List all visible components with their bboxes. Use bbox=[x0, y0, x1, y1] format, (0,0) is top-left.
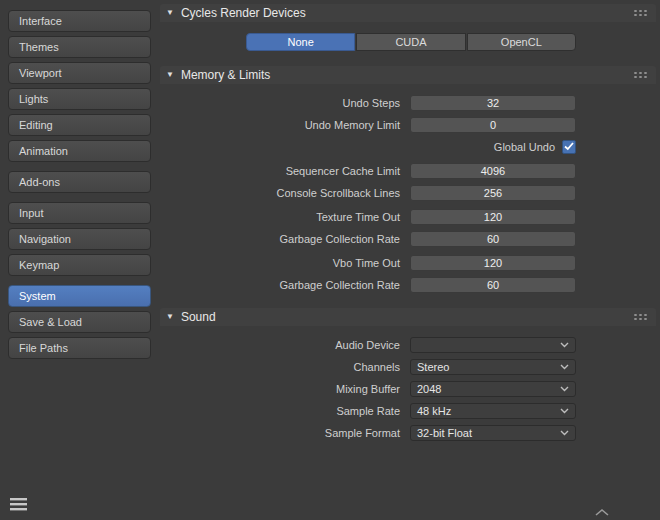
select-field-mixing-buffer[interactable]: 2048 bbox=[410, 381, 576, 397]
chevron-up-icon[interactable] bbox=[594, 507, 610, 519]
sidebar-item-interface[interactable]: Interface bbox=[8, 10, 151, 32]
triangle-down-icon: ▼ bbox=[166, 71, 174, 79]
field-value: 60 bbox=[487, 279, 499, 291]
select-field-audio-device[interactable] bbox=[410, 337, 576, 353]
number-field-texture-time-out[interactable]: 120 bbox=[410, 209, 576, 225]
sidebar-item-input[interactable]: Input bbox=[8, 202, 151, 224]
number-field-garbage-collection-rate[interactable]: 60 bbox=[410, 277, 576, 293]
sidebar-item-keymap[interactable]: Keymap bbox=[8, 254, 151, 276]
row-label: Texture Time Out bbox=[160, 211, 410, 223]
sidebar-item-themes[interactable]: Themes bbox=[8, 36, 151, 58]
sidebar-item-add-ons[interactable]: Add-ons bbox=[8, 171, 151, 193]
form-group: Audio DeviceChannelsStereoMixing Buffer2… bbox=[160, 337, 656, 441]
chevron-down-icon bbox=[560, 430, 569, 436]
form-row-global-undo: Global Undo bbox=[160, 139, 656, 155]
form-group: Sequencer Cache Limit4096Console Scrollb… bbox=[160, 163, 656, 201]
panel-memory-limits: ▼Memory & LimitsUndo Steps32Undo Memory … bbox=[160, 66, 656, 303]
number-field-undo-steps[interactable]: 32 bbox=[410, 95, 576, 111]
sidebar-item-lights[interactable]: Lights bbox=[8, 88, 151, 110]
preferences-window: InterfaceThemesViewportLightsEditingAnim… bbox=[0, 0, 660, 520]
form-row-garbage-collection-rate: Garbage Collection Rate60 bbox=[160, 231, 656, 247]
form-row-texture-time-out: Texture Time Out120 bbox=[160, 209, 656, 225]
panel-cycles-render-devices: ▼Cycles Render DevicesNoneCUDAOpenCL bbox=[160, 4, 656, 61]
row-label: Audio Device bbox=[160, 339, 410, 351]
select-field-channels[interactable]: Stereo bbox=[410, 359, 576, 375]
form-group: Vbo Time Out120Garbage Collection Rate60 bbox=[160, 255, 656, 293]
chevron-down-icon bbox=[560, 342, 569, 348]
checkbox-wrap: Global Undo bbox=[410, 140, 576, 154]
row-label: Channels bbox=[160, 361, 410, 373]
form-row-undo-steps: Undo Steps32 bbox=[160, 95, 656, 111]
select-field-sample-format[interactable]: 32-bit Float bbox=[410, 425, 576, 441]
device-button-opencl[interactable]: OpenCL bbox=[467, 33, 576, 51]
chevron-down-icon bbox=[560, 364, 569, 370]
row-label: Console Scrollback Lines bbox=[160, 187, 410, 199]
panel-title: Sound bbox=[181, 310, 216, 324]
row-label: Garbage Collection Rate bbox=[160, 279, 410, 291]
panel-drag-handle[interactable] bbox=[633, 9, 648, 17]
form-row-vbo-time-out: Vbo Time Out120 bbox=[160, 255, 656, 271]
panel-sound: ▼SoundAudio DeviceChannelsStereoMixing B… bbox=[160, 308, 656, 451]
sidebar-group: SystemSave & LoadFile Paths bbox=[8, 285, 151, 359]
row-label: Mixing Buffer bbox=[160, 383, 410, 395]
row-label: Sample Format bbox=[160, 427, 410, 439]
form-row-mixing-buffer: Mixing Buffer2048 bbox=[160, 381, 656, 397]
sidebar-item-save-load[interactable]: Save & Load bbox=[8, 311, 151, 333]
panel-header-memory-limits[interactable]: ▼Memory & Limits bbox=[160, 66, 656, 84]
row-label: Undo Memory Limit bbox=[160, 119, 410, 131]
form-row-garbage-collection-rate: Garbage Collection Rate60 bbox=[160, 277, 656, 293]
field-value: 0 bbox=[490, 119, 496, 131]
row-label: Garbage Collection Rate bbox=[160, 233, 410, 245]
device-segmented-control: NoneCUDAOpenCL bbox=[246, 33, 576, 51]
sidebar-item-viewport[interactable]: Viewport bbox=[8, 62, 151, 84]
form-row-console-scrollback-lines: Console Scrollback Lines256 bbox=[160, 185, 656, 201]
number-field-garbage-collection-rate[interactable]: 60 bbox=[410, 231, 576, 247]
row-label: Vbo Time Out bbox=[160, 257, 410, 269]
field-value: 120 bbox=[484, 257, 502, 269]
sidebar: InterfaceThemesViewportLightsEditingAnim… bbox=[0, 0, 159, 520]
panel-body: Audio DeviceChannelsStereoMixing Buffer2… bbox=[160, 326, 656, 451]
field-value: 4096 bbox=[481, 165, 505, 177]
select-field-sample-rate[interactable]: 48 kHz bbox=[410, 403, 576, 419]
form-row-sample-rate: Sample Rate48 kHz bbox=[160, 403, 656, 419]
form-row-channels: ChannelsStereo bbox=[160, 359, 656, 375]
form-group: Undo Steps32Undo Memory Limit0Global Und… bbox=[160, 95, 656, 155]
number-field-undo-memory-limit[interactable]: 0 bbox=[410, 117, 576, 133]
field-value: 120 bbox=[484, 211, 502, 223]
panel-drag-handle[interactable] bbox=[633, 71, 648, 79]
panel-drag-handle[interactable] bbox=[633, 313, 648, 321]
form-row-audio-device: Audio Device bbox=[160, 337, 656, 353]
sidebar-item-animation[interactable]: Animation bbox=[8, 140, 151, 162]
device-button-cuda[interactable]: CUDA bbox=[356, 33, 465, 51]
sidebar-item-system[interactable]: System bbox=[8, 285, 151, 307]
select-value: 48 kHz bbox=[417, 405, 451, 417]
panel-body: Undo Steps32Undo Memory Limit0Global Und… bbox=[160, 84, 656, 303]
panel-header-sound[interactable]: ▼Sound bbox=[160, 308, 656, 326]
chevron-down-icon bbox=[560, 386, 569, 392]
main-content: ▼Cycles Render DevicesNoneCUDAOpenCL▼Mem… bbox=[160, 0, 660, 520]
sidebar-item-editing[interactable]: Editing bbox=[8, 114, 151, 136]
row-label: Sample Rate bbox=[160, 405, 410, 417]
hamburger-menu-icon[interactable] bbox=[10, 498, 27, 513]
row-label: Undo Steps bbox=[160, 97, 410, 109]
checkbox-global-undo[interactable] bbox=[562, 140, 576, 154]
sidebar-item-file-paths[interactable]: File Paths bbox=[8, 337, 151, 359]
select-value: 32-bit Float bbox=[417, 427, 472, 439]
number-field-sequencer-cache-limit[interactable]: 4096 bbox=[410, 163, 576, 179]
field-value: 256 bbox=[484, 187, 502, 199]
panel-title: Memory & Limits bbox=[181, 68, 270, 82]
checkmark-icon bbox=[564, 141, 574, 153]
sidebar-group: Add-ons bbox=[8, 171, 151, 193]
sidebar-group: InterfaceThemesViewportLightsEditingAnim… bbox=[8, 10, 151, 162]
row-label: Sequencer Cache Limit bbox=[160, 165, 410, 177]
number-field-vbo-time-out[interactable]: 120 bbox=[410, 255, 576, 271]
form-group: Texture Time Out120Garbage Collection Ra… bbox=[160, 209, 656, 247]
sidebar-group: InputNavigationKeymap bbox=[8, 202, 151, 276]
device-button-none[interactable]: None bbox=[246, 33, 355, 51]
panel-header-cycles-render-devices[interactable]: ▼Cycles Render Devices bbox=[160, 4, 656, 22]
panel-body: NoneCUDAOpenCL bbox=[160, 22, 656, 61]
sidebar-item-navigation[interactable]: Navigation bbox=[8, 228, 151, 250]
form-row-sequencer-cache-limit: Sequencer Cache Limit4096 bbox=[160, 163, 656, 179]
triangle-down-icon: ▼ bbox=[166, 9, 174, 17]
number-field-console-scrollback-lines[interactable]: 256 bbox=[410, 185, 576, 201]
